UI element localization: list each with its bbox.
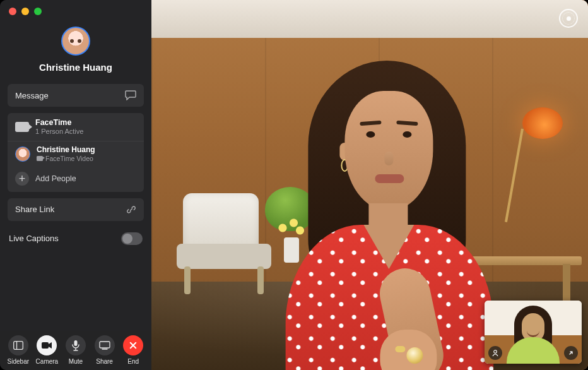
contact-avatar bbox=[61, 27, 90, 56]
plus-icon: + bbox=[15, 172, 29, 186]
self-view-effects-button[interactable] bbox=[488, 346, 502, 360]
fullscreen-window-button[interactable] bbox=[34, 8, 42, 15]
message-button[interactable]: Message bbox=[8, 84, 144, 107]
add-people-button[interactable]: + Add People bbox=[8, 167, 144, 192]
call-identity: Christine Huang bbox=[0, 15, 151, 84]
call-info-box: FaceTime 1 Person Active Christine Huang… bbox=[8, 113, 144, 192]
svg-rect-3 bbox=[74, 340, 77, 346]
end-call-button[interactable]: End bbox=[119, 335, 147, 365]
call-header[interactable]: FaceTime 1 Person Active bbox=[8, 113, 144, 141]
call-subtitle: 1 Person Active bbox=[35, 128, 83, 136]
svg-point-6 bbox=[494, 350, 497, 354]
message-label: Message bbox=[15, 91, 49, 100]
contact-name: Christine Huang bbox=[10, 62, 141, 73]
live-captions-toggle[interactable] bbox=[121, 232, 143, 245]
minimize-window-button[interactable] bbox=[21, 8, 29, 15]
microphone-icon bbox=[66, 335, 86, 355]
video-icon bbox=[15, 122, 29, 132]
svg-rect-0 bbox=[13, 342, 23, 350]
control-bar: Sidebar Camera Mute Share bbox=[0, 331, 151, 370]
mute-button[interactable]: Mute bbox=[62, 335, 90, 365]
live-photo-button[interactable] bbox=[559, 9, 578, 28]
share-screen-icon bbox=[95, 335, 115, 355]
close-window-button[interactable] bbox=[9, 8, 16, 15]
participant-status: FaceTime Video bbox=[37, 155, 95, 162]
sidebar-toggle-button[interactable]: Sidebar bbox=[4, 335, 32, 365]
self-view-expand-button[interactable] bbox=[564, 346, 578, 360]
participant-name: Christine Huang bbox=[37, 146, 95, 155]
share-button[interactable]: Share bbox=[91, 335, 119, 365]
live-captions-row: Live Captions bbox=[8, 227, 144, 250]
close-icon bbox=[123, 335, 143, 355]
facetime-window: Christine Huang Message FaceTime 1 Perso… bbox=[0, 0, 588, 370]
remote-video bbox=[151, 0, 588, 370]
share-link-button[interactable]: Share Link bbox=[8, 198, 144, 221]
camera-icon bbox=[37, 335, 57, 355]
window-controls bbox=[0, 0, 151, 15]
share-link-label: Share Link bbox=[15, 205, 54, 214]
svg-rect-4 bbox=[100, 342, 110, 348]
link-icon bbox=[126, 205, 136, 215]
participant-row[interactable]: Christine Huang FaceTime Video bbox=[8, 141, 144, 167]
svg-rect-2 bbox=[42, 342, 49, 349]
sidebar-icon bbox=[8, 335, 28, 355]
remote-participant-figure bbox=[247, 23, 525, 370]
participant-avatar bbox=[15, 146, 30, 162]
add-people-label: Add People bbox=[35, 174, 76, 183]
video-icon bbox=[37, 156, 43, 161]
message-icon bbox=[125, 90, 136, 100]
self-view[interactable] bbox=[485, 301, 582, 364]
call-title: FaceTime bbox=[35, 118, 83, 128]
live-captions-label: Live Captions bbox=[9, 234, 59, 243]
sidebar-panel: Christine Huang Message FaceTime 1 Perso… bbox=[0, 0, 151, 370]
camera-button[interactable]: Camera bbox=[33, 335, 61, 365]
